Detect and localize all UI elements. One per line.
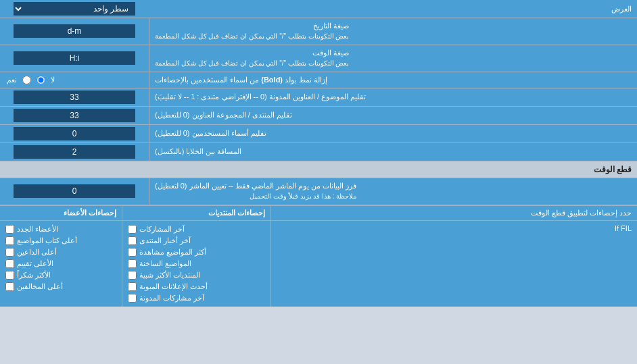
display-label: العرض bbox=[149, 2, 637, 16]
checkbox-latest-classifieds[interactable] bbox=[128, 282, 137, 291]
checkbox-new-members[interactable] bbox=[5, 225, 14, 234]
stats-members-header: إحصاءات الأعضاء bbox=[0, 206, 122, 220]
checkbox-most-viewed[interactable] bbox=[128, 248, 137, 257]
stats-member-item-4: الأعلى تقييم bbox=[5, 258, 116, 269]
date-format-label: صيغة التاريخبعض التكوينات يتطلب "/" التي… bbox=[149, 18, 637, 45]
top-display-row: العرض سطر واحد سطران ثلاثة أسطر bbox=[0, 0, 637, 18]
date-format-input[interactable] bbox=[14, 24, 135, 38]
cut-time-input-cell bbox=[0, 178, 149, 205]
stats-post-item-6: أحدث الإعلانات المبوبة bbox=[128, 281, 265, 292]
usernames-input-cell bbox=[0, 125, 149, 142]
cut-time-row: فرز البيانات من يوم الماشر الماضي فقط --… bbox=[0, 178, 637, 205]
stats-member-item-2: أعلى كتاب المواضيع bbox=[5, 235, 116, 246]
checkbox-hot-topics[interactable] bbox=[128, 259, 137, 268]
cell-padding-row: المسافة بين الخلايا (بالبكسل) bbox=[0, 143, 637, 161]
cell-padding-label: المسافة بين الخلايا (بالبكسل) bbox=[149, 143, 637, 161]
checkbox-top-violators[interactable] bbox=[5, 282, 14, 291]
bold-remove-row: إزالة نمط بولد (Bold) من اسماء المستخدمي… bbox=[0, 72, 637, 88]
stats-post-item-2: آخر أخبار المنتدى bbox=[128, 235, 265, 246]
time-format-input-cell bbox=[0, 45, 149, 72]
stats-first-col: If FIL bbox=[270, 221, 637, 307]
stats-member-item-3: أعلى الداعين bbox=[5, 246, 116, 258]
cut-time-input[interactable] bbox=[14, 184, 135, 198]
stats-posts-header: إحصاءات المنتديات bbox=[122, 206, 270, 220]
forum-titles-row: تقليم المنتدى / المجموعة العناوين (0 للت… bbox=[0, 107, 637, 125]
bold-radio-cell: لا نعم bbox=[0, 72, 149, 88]
date-format-input-cell bbox=[0, 18, 149, 45]
stats-first-col-label: If FIL bbox=[615, 224, 632, 232]
radio-no-label: لا bbox=[51, 76, 55, 84]
topic-titles-row: تقليم الموضوع / العناوين المدونة (0 -- ا… bbox=[0, 88, 637, 107]
stats-member-item-6: أعلى المخالفين bbox=[5, 281, 116, 292]
time-format-label: صيغة الوقتبعض التكوينات يتطلب "/" التي ي… bbox=[149, 45, 637, 72]
cell-padding-input-cell bbox=[0, 143, 149, 161]
checkbox-latest-posts[interactable] bbox=[128, 225, 137, 234]
radio-yes[interactable] bbox=[22, 76, 31, 84]
stats-member-item-1: الأعضاء الجدد bbox=[5, 224, 116, 235]
display-dropdown-cell: سطر واحد سطران ثلاثة أسطر bbox=[0, 0, 149, 18]
stats-post-item-4: المواضيع الساخنة bbox=[128, 258, 265, 269]
stats-header-row: حدد إحصاءات لتطبيق قطع الوقت إحصاءات الم… bbox=[0, 206, 637, 221]
cell-padding-input[interactable] bbox=[14, 145, 135, 159]
stats-member-item-5: الأكثر شكراً bbox=[5, 269, 116, 281]
time-format-input[interactable] bbox=[14, 51, 135, 65]
forum-titles-input-cell bbox=[0, 107, 149, 124]
checkbox-blog-posts[interactable] bbox=[128, 294, 137, 303]
usernames-row: تقليم أسماء المستخدمين (0 للتعطيل) bbox=[0, 125, 637, 143]
time-format-row: صيغة الوقتبعض التكوينات يتطلب "/" التي ي… bbox=[0, 45, 637, 72]
radio-no[interactable] bbox=[37, 76, 45, 84]
topic-titles-input-cell bbox=[0, 88, 149, 106]
stats-posts-col: آخر المشاركات آخر أخبار المنتدى أكثر الم… bbox=[122, 221, 270, 307]
bold-remove-label: إزالة نمط بولد (Bold) من اسماء المستخدمي… bbox=[149, 72, 637, 88]
stats-post-item-3: أكثر المواضيع مشاهدة bbox=[128, 246, 265, 258]
checkbox-top-rated[interactable] bbox=[5, 259, 14, 268]
forum-titles-input[interactable] bbox=[14, 109, 135, 122]
checkbox-top-posters[interactable] bbox=[5, 236, 14, 245]
stats-items-container: If FIL آخر المشاركات آخر أخبار المنتدى أ… bbox=[0, 221, 637, 307]
date-format-row: صيغة التاريخبعض التكوينات يتطلب "/" التي… bbox=[0, 18, 637, 45]
stats-members-col: الأعضاء الجدد أعلى كتاب المواضيع أعلى ال… bbox=[0, 221, 122, 307]
topic-titles-label: تقليم الموضوع / العناوين المدونة (0 -- ا… bbox=[149, 88, 637, 106]
usernames-label: تقليم أسماء المستخدمين (0 للتعطيل) bbox=[149, 125, 637, 142]
cut-time-section-header: قطع الوقت bbox=[0, 161, 637, 178]
stats-post-item-5: المنتديات الأكثر شبية bbox=[128, 269, 265, 281]
forum-titles-label: تقليم المنتدى / المجموعة العناوين (0 للت… bbox=[149, 107, 637, 124]
radio-yes-label: نعم bbox=[7, 76, 17, 84]
checkbox-most-thanked[interactable] bbox=[5, 271, 14, 280]
stats-section: حدد إحصاءات لتطبيق قطع الوقت إحصاءات الم… bbox=[0, 205, 637, 307]
usernames-input[interactable] bbox=[14, 127, 135, 140]
stats-limit-label: حدد إحصاءات لتطبيق قطع الوقت bbox=[270, 206, 637, 220]
checkbox-forum-news[interactable] bbox=[128, 236, 137, 245]
stats-post-item-1: آخر المشاركات bbox=[128, 224, 265, 235]
checkbox-top-inviters[interactable] bbox=[5, 248, 14, 257]
display-dropdown[interactable]: سطر واحد سطران ثلاثة أسطر bbox=[14, 2, 135, 16]
cut-time-label: فرز البيانات من يوم الماشر الماضي فقط --… bbox=[149, 178, 637, 205]
checkbox-popular-forums[interactable] bbox=[128, 271, 137, 280]
topic-titles-input[interactable] bbox=[14, 90, 135, 104]
stats-post-item-7: آخر مشاركات المدونة bbox=[128, 292, 265, 304]
